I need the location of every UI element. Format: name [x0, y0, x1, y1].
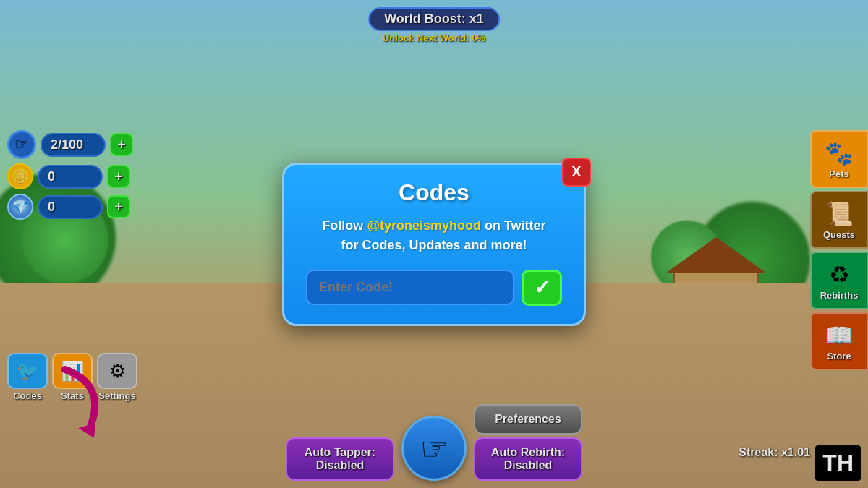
- twitter-handle: @tyroneismyhood: [367, 218, 481, 233]
- modal-overlay: X Codes Follow @tyroneismyhood on Twitte…: [0, 0, 868, 488]
- code-input-row: ✓: [306, 270, 562, 306]
- code-input[interactable]: [306, 270, 514, 305]
- modal-description: Follow @tyroneismyhood on Twitterfor Cod…: [306, 216, 562, 255]
- submit-code-button[interactable]: ✓: [522, 270, 562, 306]
- codes-modal: X Codes Follow @tyroneismyhood on Twitte…: [282, 163, 586, 326]
- modal-title: Codes: [306, 179, 562, 206]
- close-button[interactable]: X: [562, 158, 591, 187]
